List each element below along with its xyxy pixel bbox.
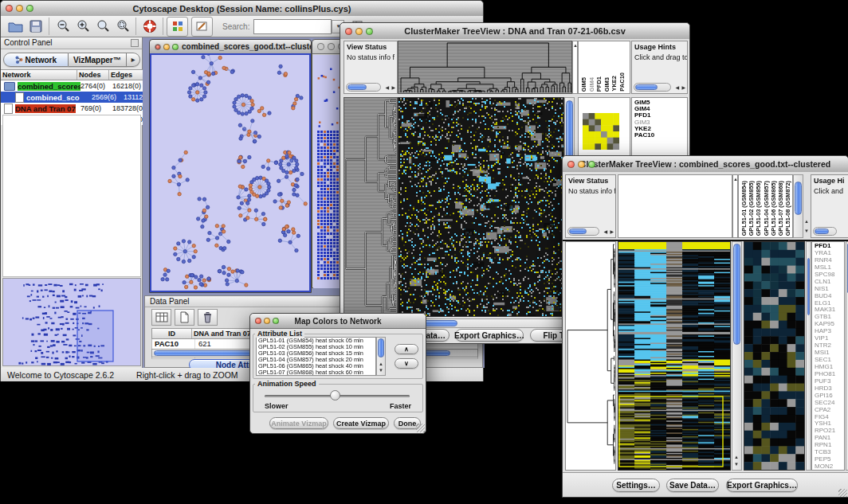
treeview1-heatmap-canvas[interactable] xyxy=(398,98,563,316)
scroll-up-icon[interactable]: ▲ xyxy=(734,454,739,460)
export-graphics-button[interactable]: Export Graphics… xyxy=(455,329,524,342)
treeview1-row-dendrogram[interactable] xyxy=(344,97,398,317)
treeview2-row-dendrogram[interactable] xyxy=(565,241,616,471)
minimize-button[interactable] xyxy=(16,5,23,12)
attribute-list-item[interactable]: GPL51-07 (GSM868) heat shock 60 min xyxy=(257,369,375,376)
scroll-right-icon[interactable]: ▶ xyxy=(391,84,395,91)
treeview2-column-dendrogram[interactable] xyxy=(618,174,732,238)
scroll-up-icon[interactable]: ▲ xyxy=(804,218,809,225)
settings-button[interactable]: Settings… xyxy=(612,479,660,492)
export-graphics-button[interactable]: Export Graphics… xyxy=(726,479,798,492)
open-file-icon[interactable] xyxy=(6,18,26,36)
network-table-row[interactable]: DNA and Tran 07 769(0) 183728(0) xyxy=(1,103,143,114)
treeview2-zoom-heatmap-canvas[interactable] xyxy=(744,242,804,470)
scroll-down-icon[interactable]: ▼ xyxy=(379,367,383,373)
delete-attribute-trash-icon[interactable] xyxy=(198,309,218,326)
help-lifesaver-icon[interactable] xyxy=(139,18,159,36)
scroll-left-icon[interactable]: ◀ xyxy=(675,84,679,91)
close-button[interactable] xyxy=(567,161,575,168)
treeview2-vscrollbar[interactable]: ▲ ▼ xyxy=(732,241,742,471)
treeview2-dendrogram-scroll-strip[interactable]: ▲ xyxy=(732,174,738,238)
network-table-header[interactable]: Network Nodes Edges xyxy=(1,69,143,80)
network-table-row[interactable]: combined_scores 2764(0) 16218(0) xyxy=(1,80,143,92)
treeview1-row-dendrogram-canvas[interactable] xyxy=(344,98,397,316)
view-status-hscrollbar[interactable] xyxy=(567,227,599,236)
minimize-button[interactable] xyxy=(264,318,270,324)
tab-network[interactable]: Network xyxy=(3,53,69,67)
scroll-right-icon[interactable]: ▶ xyxy=(610,229,614,235)
close-button[interactable] xyxy=(6,5,13,12)
treeview1-column-dendrogram[interactable] xyxy=(398,41,572,94)
treeview1-title-bar[interactable]: ClusterMaker TreeView : DNA and Tran 07-… xyxy=(340,23,689,40)
move-down-button[interactable]: ∨ xyxy=(395,358,418,369)
scroll-down-icon[interactable]: ▼ xyxy=(734,461,739,467)
zoom-out-icon[interactable] xyxy=(53,18,73,36)
treeview2-title-bar[interactable]: ClusterMaker TreeView : combined_scores_… xyxy=(563,156,848,173)
attribute-list-vscroll-thumb[interactable] xyxy=(378,338,384,357)
animate-vizmap-button[interactable]: Animate Vizmap xyxy=(269,417,328,429)
treeview2-heatmap-canvas[interactable] xyxy=(618,242,730,470)
attribute-listbox[interactable]: GPL51-01 (GSM854) heat shock 05 minGPL51… xyxy=(256,337,376,376)
treeview2-zoom-vscrollbar[interactable] xyxy=(806,241,811,471)
close-button[interactable] xyxy=(317,43,324,50)
minimize-button[interactable] xyxy=(355,28,363,35)
scroll-right-icon[interactable]: ▶ xyxy=(681,84,685,91)
treeview2-vscroll-thumb[interactable] xyxy=(733,244,740,345)
vizmapper-icon[interactable] xyxy=(167,17,188,37)
scroll-up-icon[interactable]: ▲ xyxy=(379,361,383,367)
zoom-selected-icon[interactable] xyxy=(92,18,112,36)
network-table-row[interactable]: combined_sco 2569(6) 13112(15) xyxy=(1,92,143,103)
view-status-hscrollbar[interactable] xyxy=(346,83,381,92)
main-title-bar[interactable]: Cytoscape Desktop (Session Name: collins… xyxy=(1,1,483,17)
network-1-title-bar[interactable]: combined_scores_good.txt--cluste… xyxy=(150,40,311,54)
zoom-fit-icon[interactable] xyxy=(112,18,132,36)
select-attributes-icon[interactable] xyxy=(151,309,171,326)
new-attribute-icon[interactable] xyxy=(175,309,194,326)
zoom-button[interactable] xyxy=(273,318,279,324)
zoom-button[interactable] xyxy=(588,161,595,168)
usage-hints-hscrollbar[interactable] xyxy=(813,227,837,236)
treeview1-zoom-heatmap-canvas[interactable] xyxy=(583,113,619,150)
zoom-button[interactable] xyxy=(366,28,373,35)
save-icon[interactable] xyxy=(26,18,45,36)
usage-hints-hscrollbar[interactable] xyxy=(634,83,671,92)
minimize-button[interactable] xyxy=(163,44,170,50)
treeview1-heatmap[interactable] xyxy=(398,97,564,317)
treeview1-column-dendrogram-canvas[interactable] xyxy=(398,41,571,93)
treeview2-heatmap[interactable] xyxy=(618,241,731,471)
attribute-list-vscrollbar[interactable]: ▲ ▼ xyxy=(376,337,386,376)
move-up-button[interactable]: ∧ xyxy=(395,344,418,354)
network-overview-canvas[interactable] xyxy=(3,279,140,365)
tab-overflow-arrow[interactable]: ▶ xyxy=(127,53,140,67)
zoom-in-icon[interactable] xyxy=(73,18,92,36)
save-data-button[interactable]: Save Data… xyxy=(666,479,719,492)
treeview2-row-dendrogram-canvas[interactable] xyxy=(566,242,615,470)
close-button[interactable] xyxy=(255,318,261,324)
network-1-canvas[interactable] xyxy=(151,55,309,291)
resize-grip[interactable] xyxy=(838,489,847,497)
zoom-button[interactable] xyxy=(172,44,179,50)
tab-vizmapper[interactable]: VizMapper™ xyxy=(69,53,127,67)
scroll-down-icon[interactable]: ▼ xyxy=(804,228,809,234)
treeview2-labels-vscrollbar[interactable] xyxy=(793,174,803,238)
close-button[interactable] xyxy=(155,44,161,50)
gene-label: MAK31 xyxy=(815,307,844,314)
search-input[interactable] xyxy=(253,19,332,34)
float-panel-icon[interactable] xyxy=(131,39,139,47)
treeview1-dendrogram-scroll-strip[interactable]: ▲ xyxy=(572,41,578,94)
zoom-button[interactable] xyxy=(26,5,33,12)
minimize-button[interactable] xyxy=(578,161,585,168)
resize-grip[interactable] xyxy=(416,424,425,432)
minimize-button[interactable] xyxy=(328,43,335,50)
dialog-title-bar[interactable]: Map Colors to Network xyxy=(250,314,426,329)
treeview2-zoom-heatmap[interactable] xyxy=(744,241,805,471)
labels-vscroll-thumb[interactable] xyxy=(795,182,802,215)
network-overview-panel[interactable] xyxy=(2,278,141,366)
speed-slider-thumb[interactable] xyxy=(330,390,340,400)
scroll-left-icon[interactable]: ◀ xyxy=(385,84,389,91)
desktop: Cytoscape Desktop (Session Name: collins… xyxy=(0,0,848,504)
scroll-left-icon[interactable]: ◀ xyxy=(603,229,607,235)
create-vizmap-button[interactable]: Create Vizmap xyxy=(333,417,389,429)
close-button[interactable] xyxy=(345,28,352,35)
annotation-icon[interactable] xyxy=(191,17,213,37)
